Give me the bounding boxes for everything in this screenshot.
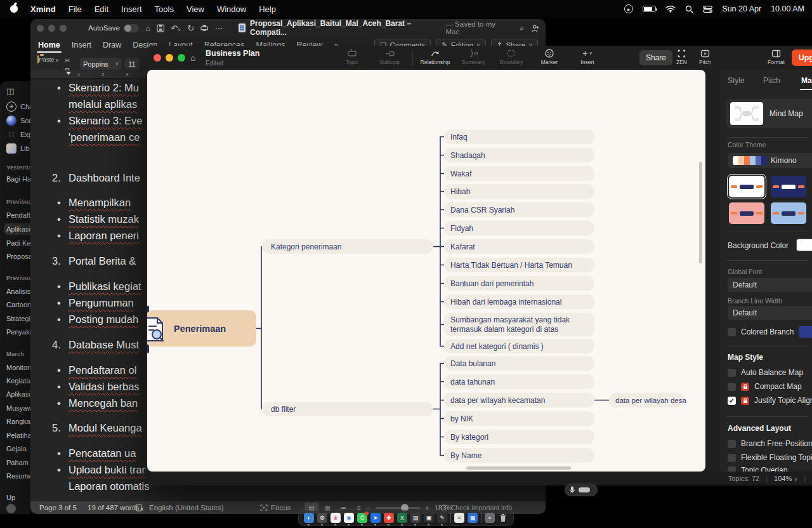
sidebar-item-selected[interactable]: Aplikasi [4, 223, 30, 235]
dock-notes[interactable]: ≡ [454, 513, 464, 523]
control-center-icon[interactable] [703, 6, 712, 13]
spotlight-icon[interactable] [685, 5, 693, 13]
search-icon[interactable]: ⌕ [520, 23, 524, 33]
language-indicator[interactable]: English (United States) [149, 504, 224, 512]
sidebar-toggle-icon[interactable]: ◫ [6, 86, 14, 96]
indent-marker[interactable] [66, 72, 71, 75]
topic-kafarat[interactable]: Kafarat [444, 239, 594, 254]
background-color-swatch[interactable] [796, 239, 812, 251]
canvas-zoom-level[interactable]: 104% ∨ [774, 475, 797, 482]
topic-hibah[interactable]: Hibah [444, 184, 594, 199]
branch-color-swatch[interactable] [799, 326, 812, 338]
save-icon[interactable] [157, 24, 164, 32]
upgrade-button[interactable]: Upgrade [792, 50, 812, 66]
topic-hibah-internasional[interactable]: Hibah dari lembaga internasional [444, 294, 594, 309]
dock-photos[interactable]: ❀ [331, 513, 341, 523]
paste-button[interactable]: Paste ∨ [37, 56, 60, 63]
dock-trash[interactable] [498, 513, 508, 523]
sidebar-nav-library[interactable]: Lib [6, 143, 30, 154]
dock-finder[interactable]: ◐ [304, 513, 314, 523]
topic-fidyah[interactable]: Fidyah [444, 221, 594, 235]
sidebar-item[interactable]: Pendafta [6, 211, 30, 219]
tab-draw[interactable]: Draw [103, 41, 121, 50]
boundary-button[interactable]: Boundary [495, 48, 527, 66]
structure-card[interactable]: Mind Map [726, 99, 812, 128]
sidebar-item[interactable]: Aplikasi [6, 390, 30, 398]
font-size-select[interactable]: 11 [124, 58, 140, 70]
topic-button[interactable]: Topic [336, 48, 368, 66]
sidebar-item[interactable]: Monitori [6, 364, 30, 371]
topic-shadaqah[interactable]: Shadaqah [444, 148, 594, 162]
dock-blue-app[interactable]: ▦ [468, 513, 478, 523]
flexible-floating-topic-checkbox[interactable] [728, 454, 736, 462]
home-icon[interactable]: ⌂ [145, 23, 150, 33]
menu-edit[interactable]: Edit [95, 4, 108, 14]
dock-plus-app[interactable]: ✚ [384, 513, 394, 523]
wifi-icon[interactable] [665, 5, 676, 13]
sidebar-item[interactable]: Pelatiha [6, 432, 30, 439]
home-icon[interactable]: ⌂ [190, 53, 195, 63]
more-icon[interactable]: ⋯ [215, 23, 223, 33]
relationship-button[interactable]: Relationship [419, 48, 451, 66]
topic-by-nik[interactable]: by NIK [444, 411, 594, 426]
focus-button[interactable]: Focus [260, 504, 291, 512]
apple-icon[interactable] [10, 5, 18, 13]
color-theme-select[interactable]: Kimono ∨ [728, 153, 812, 168]
auto-balance-checkbox[interactable] [728, 369, 736, 377]
menubar-date[interactable]: Sun 20 Apr [722, 4, 761, 13]
close-icon[interactable] [154, 54, 161, 62]
menu-file[interactable]: File [69, 4, 82, 14]
sidebar-item[interactable]: Bagi Has [6, 175, 30, 183]
dock-pen-app[interactable]: ✎ [437, 513, 447, 523]
topic-by-kategori[interactable]: By kategori [444, 430, 594, 444]
menu-app-name[interactable]: Xmind [30, 4, 56, 14]
panel-tab-pitch[interactable]: Pitch [763, 76, 780, 85]
dock-gray-app[interactable]: ● [485, 513, 495, 523]
topic-add-net-kategori[interactable]: Add net kategori ( dinamis ) [444, 339, 594, 353]
topic-wakaf[interactable]: Wakaf [444, 166, 594, 181]
zen-button[interactable]: ZEN [676, 49, 687, 65]
dock-excel[interactable]: X [397, 513, 407, 523]
sidebar-item[interactable]: Analisis [6, 287, 30, 295]
topic-by-name[interactable]: By Name [444, 448, 594, 463]
redo-icon[interactable]: ↻ [187, 23, 194, 33]
sidebar-item[interactable]: Proposa [6, 253, 30, 260]
sidebar-item[interactable]: Gejala [6, 445, 30, 452]
share-presence-icon[interactable] [531, 24, 539, 32]
topic-overlap-checkbox[interactable] [728, 466, 736, 472]
autosave-toggle[interactable] [124, 24, 139, 32]
sidebar-item[interactable]: Kegiatan [6, 377, 30, 385]
user-avatar[interactable] [6, 504, 16, 513]
dock-settings[interactable]: ⚙ [317, 513, 327, 523]
topic-infaq[interactable]: Infaq [444, 129, 594, 144]
sidebar-item[interactable]: Paham [6, 459, 30, 466]
sidebar-item[interactable]: Padi Ken [6, 239, 30, 247]
minimize-icon[interactable] [166, 54, 173, 62]
playback-icon[interactable]: ▶ [624, 4, 633, 13]
topic-sumbangan-masyarakat[interactable]: Sumbangan masyarakat yang tidak termasuk… [444, 313, 594, 336]
topic-data-kecamatan[interactable]: data per wilayah kecamatan [444, 393, 594, 407]
panel-tab-style[interactable]: Style [728, 76, 745, 85]
insert-button[interactable]: + ∨ Insert [572, 48, 603, 66]
share-button[interactable]: Share [639, 50, 672, 65]
minimize-icon[interactable] [48, 25, 55, 32]
zoom-window-icon[interactable] [178, 54, 185, 62]
sidebar-item[interactable]: Resume [6, 472, 30, 480]
mindmap-canvas[interactable]: Penerimaan Kategori penerimaan db filter… [147, 70, 705, 472]
summary-button[interactable]: Summary [457, 48, 489, 66]
marker-button[interactable]: Marker [534, 48, 565, 66]
panel-tab-map[interactable]: Map [801, 76, 812, 85]
dictation-indicator[interactable] [565, 484, 598, 496]
menu-window[interactable]: Window [217, 4, 246, 14]
topic-data-desa[interactable]: data per wilayah desa [609, 393, 684, 407]
topic-dana-csr[interactable]: Dana CSR Syariah [444, 202, 594, 217]
dock-camera-app[interactable]: ▣ [424, 513, 434, 523]
proofing-icon[interactable] [136, 504, 143, 512]
menubar-time[interactable]: 10.00 AM [771, 4, 804, 13]
menu-tools[interactable]: Tools [155, 4, 174, 14]
compact-map-checkbox[interactable] [728, 383, 736, 391]
colored-branch-checkbox[interactable] [728, 328, 736, 336]
tab-home[interactable]: Home [38, 41, 60, 50]
dock-folder-app[interactable]: ▤ [410, 513, 421, 523]
theme-thumb-selected[interactable] [729, 176, 764, 197]
